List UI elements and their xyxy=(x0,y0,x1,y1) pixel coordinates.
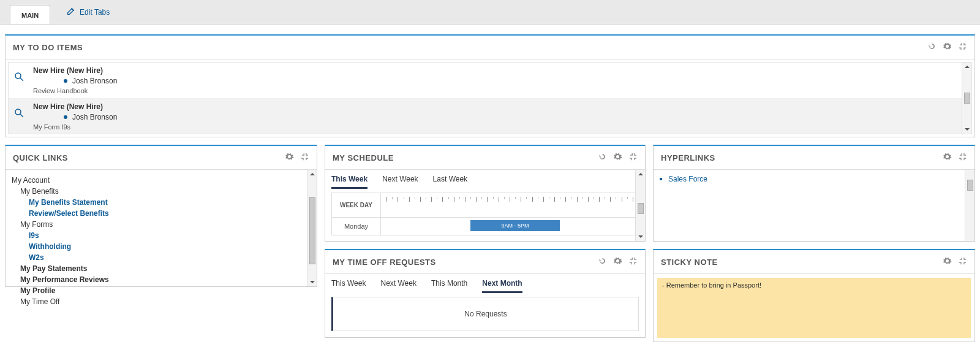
hyperlink-label: Sales Force xyxy=(668,175,707,183)
collapse-icon[interactable] xyxy=(628,152,638,163)
refresh-icon[interactable] xyxy=(927,42,937,53)
widget-title-quicklinks: QUICK LINKS xyxy=(13,153,68,162)
collapse-icon[interactable] xyxy=(628,256,638,267)
ql-link-w2s[interactable]: W2s xyxy=(12,252,311,263)
schedule-hour-label: 1a xyxy=(384,216,390,217)
gear-icon[interactable] xyxy=(613,152,622,163)
chevron-down-icon[interactable] xyxy=(309,279,315,285)
schedule-hour-label: 12p xyxy=(505,216,513,217)
todo-desc: My Form I9s xyxy=(33,123,967,131)
edit-icon xyxy=(66,6,76,18)
schedule-hour-label: 7a xyxy=(451,216,456,217)
timeoff-tab-next-month[interactable]: Next Month xyxy=(482,279,522,293)
edit-tabs-link[interactable]: Edit Tabs xyxy=(50,6,110,24)
scroll-thumb[interactable] xyxy=(964,93,970,104)
schedule-hour-label: 2a xyxy=(395,216,401,217)
todo-title: New Hire (New Hire) xyxy=(33,102,967,111)
collapse-icon[interactable] xyxy=(958,152,967,163)
schedule-hour-label: 11a xyxy=(494,216,502,217)
schedule-header: WEEK DAY xyxy=(332,193,381,217)
schedule-hour-label: 9p xyxy=(608,216,613,217)
chevron-up-icon[interactable] xyxy=(638,171,644,177)
timeoff-tab-this-month[interactable]: This Month xyxy=(431,279,467,293)
schedule-hour-label: 5a xyxy=(429,216,434,217)
todo-person: Josh Bronson xyxy=(72,77,117,85)
gear-icon[interactable] xyxy=(285,152,294,163)
widget-timeoff: MY TIME OFF REQUESTS This Week Next Week… xyxy=(325,249,646,338)
schedule-tab-last-week[interactable]: Last Week xyxy=(433,175,467,189)
tab-main[interactable]: MAIN xyxy=(10,5,50,24)
chevron-up-icon[interactable] xyxy=(964,64,970,70)
todo-person: Josh Bronson xyxy=(72,113,117,121)
hyperlink-item[interactable]: Sales Force xyxy=(660,175,968,183)
collapse-icon[interactable] xyxy=(958,256,967,267)
todo-row[interactable]: New Hire (New Hire) Josh Bronson Review … xyxy=(9,63,971,99)
widget-title-timeoff: MY TIME OFF REQUESTS xyxy=(333,258,436,267)
bullet-icon xyxy=(660,178,662,180)
svg-point-2 xyxy=(15,109,21,115)
schedule-ruler: 1a2a3a4a5a6a7a8a9a10a11a12p1p2p3p4p5p6p7… xyxy=(381,193,638,217)
schedule-hour-label: 6a xyxy=(440,216,445,217)
gear-icon[interactable] xyxy=(943,42,952,53)
refresh-icon[interactable] xyxy=(598,256,607,267)
sticky-note[interactable]: - Remember to bring in Passport! xyxy=(657,278,971,338)
ql-link-perf[interactable]: My Performance Reviews xyxy=(12,274,311,285)
schedule-hour-label: 2p xyxy=(529,216,535,217)
scrollbar[interactable] xyxy=(635,170,645,241)
collapse-icon[interactable] xyxy=(958,42,967,53)
schedule-hour-label: 10p xyxy=(617,216,625,217)
schedule-hour-label: 5p xyxy=(563,216,568,217)
todo-title: New Hire (New Hire) xyxy=(33,66,967,75)
ql-link-pay[interactable]: My Pay Statements xyxy=(12,263,311,274)
search-icon[interactable] xyxy=(13,102,24,120)
schedule-tab-this-week[interactable]: This Week xyxy=(331,175,368,189)
schedule-lane: 9AM - 5PM xyxy=(381,218,638,235)
edit-tabs-label: Edit Tabs xyxy=(80,8,110,17)
schedule-hour-label: 1p xyxy=(518,216,524,217)
bullet-icon xyxy=(64,115,67,119)
widget-todo: MY TO DO ITEMS New Hire (New Hire) xyxy=(5,34,975,137)
schedule-hour-label: 4a xyxy=(417,216,423,217)
scroll-thumb[interactable] xyxy=(638,203,644,214)
schedule-hour-label: 3a xyxy=(406,216,412,217)
gear-icon[interactable] xyxy=(943,152,952,163)
todo-desc: Review Handbook xyxy=(33,87,967,94)
schedule-tab-next-week[interactable]: Next Week xyxy=(382,175,418,189)
refresh-icon[interactable] xyxy=(598,152,607,163)
ql-group: My Forms xyxy=(12,219,311,230)
scrollbar[interactable] xyxy=(965,170,974,241)
chevron-down-icon[interactable] xyxy=(638,234,644,240)
widget-title-hyperlinks: HYPERLINKS xyxy=(661,153,715,162)
chevron-up-icon[interactable] xyxy=(309,171,315,177)
ql-link-profile[interactable]: My Profile xyxy=(12,285,311,296)
schedule-hour-label: 3p xyxy=(540,216,546,217)
ql-link-benefits-select[interactable]: Review/Select Benefits xyxy=(12,208,311,219)
ql-group: My Account xyxy=(12,175,311,186)
scrollbar[interactable] xyxy=(307,170,317,286)
schedule-hour-label: 6p xyxy=(574,216,579,217)
bullet-icon xyxy=(64,79,67,83)
gear-icon[interactable] xyxy=(943,256,952,267)
todo-row[interactable]: New Hire (New Hire) Josh Bronson My Form… xyxy=(9,99,971,134)
chevron-down-icon[interactable] xyxy=(964,126,970,132)
svg-point-0 xyxy=(15,73,21,78)
widget-schedule: MY SCHEDULE This Week Next Week Last Wee… xyxy=(325,145,646,242)
timeoff-tab-this-week[interactable]: This Week xyxy=(331,279,366,293)
search-icon[interactable] xyxy=(13,66,24,84)
schedule-hour-label: 8a xyxy=(462,216,468,217)
svg-line-3 xyxy=(20,114,23,117)
collapse-icon[interactable] xyxy=(300,152,309,163)
schedule-shift[interactable]: 9AM - 5PM xyxy=(470,220,560,231)
ql-link-benefits-statement[interactable]: My Benefits Statement xyxy=(12,197,311,208)
timeoff-tab-next-week[interactable]: Next Week xyxy=(380,279,416,293)
tab-bar: MAIN Edit Tabs xyxy=(0,0,980,25)
scroll-thumb[interactable] xyxy=(967,180,973,191)
ql-link-i9s[interactable]: I9s xyxy=(12,230,311,241)
scroll-thumb[interactable] xyxy=(309,197,315,264)
widget-hyperlinks: HYPERLINKS Sales Force xyxy=(653,145,975,242)
gear-icon[interactable] xyxy=(613,256,622,267)
schedule-hour-label: 4p xyxy=(552,216,557,217)
widget-title-sticky: STICKY NOTE xyxy=(661,258,718,267)
scrollbar[interactable] xyxy=(962,63,971,134)
ql-link-withholding[interactable]: Withholding xyxy=(12,241,311,252)
